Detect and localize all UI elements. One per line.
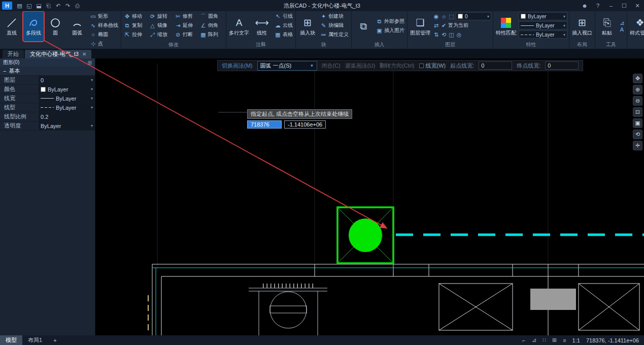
- help-icon[interactable]: ?: [591, 0, 604, 11]
- modify-tool[interactable]: ⊘ 打断: [174, 30, 199, 39]
- linetype-value-dropdown[interactable]: ByLayer ▾: [39, 103, 95, 112]
- annotate-tool[interactable]: ☁ 云线: [274, 21, 294, 30]
- draw-tool[interactable]: ○ 椭圆: [89, 30, 119, 39]
- osnap-icon[interactable]: ∷: [543, 337, 546, 343]
- redo-icon[interactable]: ↷: [63, 0, 73, 11]
- app-logo[interactable]: H: [2, 2, 12, 10]
- circle-tool[interactable]: 圆: [45, 12, 65, 41]
- modify-tool[interactable]: ⇥ 延伸: [174, 21, 199, 30]
- maximize-icon[interactable]: ☐: [618, 0, 631, 11]
- zoom-extents-icon[interactable]: ▣: [633, 118, 642, 128]
- zoom-orbit-icon[interactable]: ⟲: [633, 130, 642, 139]
- new-file-icon[interactable]: ▤: [15, 0, 24, 11]
- block-tool[interactable]: ✎ 块编辑: [319, 21, 350, 30]
- polyline-option[interactable]: 闭合(C): [322, 62, 341, 70]
- menu-icon[interactable]: ≡: [563, 337, 566, 343]
- modify-tool[interactable]: ∠ 倒角: [199, 21, 224, 30]
- close-icon[interactable]: ✕: [631, 0, 644, 11]
- text-tool-icon[interactable]: A: [619, 26, 625, 33]
- style-manager-button[interactable]: ❖ 样式管理: [629, 12, 644, 41]
- layer-on-icon[interactable]: ◉: [433, 13, 439, 20]
- dynamic-input-x[interactable]: 718376: [247, 120, 282, 129]
- modify-tool[interactable]: △ 镜像: [148, 21, 174, 30]
- arc-tool[interactable]: 圆弧: [67, 12, 87, 41]
- close-tab-icon[interactable]: ✕: [82, 51, 86, 57]
- polyline-option[interactable]: 翻转方向(Ctrl): [380, 62, 414, 70]
- draw-tool[interactable]: ▭ 矩形: [89, 12, 119, 21]
- modify-tool[interactable]: ▦ 阵列: [199, 30, 224, 39]
- modify-tool[interactable]: ⟳ 旋转: [148, 12, 174, 21]
- layer-iso-icon[interactable]: ◫: [448, 32, 455, 38]
- save-icon[interactable]: ⬓: [34, 0, 44, 11]
- end-width-input[interactable]: 0: [545, 61, 579, 70]
- layout1-tab[interactable]: 布局1: [22, 335, 48, 345]
- modify-tool[interactable]: ✄ 修剪: [174, 12, 199, 21]
- layer-manager-button[interactable]: ❏ 图层管理: [409, 12, 431, 41]
- set-current-icon[interactable]: ✔: [440, 22, 447, 29]
- insert-tool[interactable]: ⧉ 外部参照: [375, 17, 405, 26]
- line-tool[interactable]: 直线: [2, 12, 22, 41]
- block-tool[interactable]: ✦ 创建块: [319, 12, 350, 21]
- insert-viewport-button[interactable]: ⊞ 插入视口: [571, 12, 593, 41]
- open-file-icon[interactable]: ◱: [24, 0, 34, 11]
- grid-icon[interactable]: ⊞: [552, 337, 557, 343]
- tab-start[interactable]: 开始: [3, 50, 24, 58]
- block-tool[interactable]: ≔ 属性定义: [319, 30, 350, 39]
- modify-tool[interactable]: ⤢ 缩放: [148, 30, 174, 39]
- ltscale-value-field[interactable]: 0.2: [39, 112, 95, 121]
- layer-freeze-icon[interactable]: ☼: [440, 13, 447, 19]
- polyline-option[interactable]: 退弧画法(U): [345, 62, 375, 70]
- minimize-icon[interactable]: –: [604, 0, 618, 11]
- color-dropdown[interactable]: ByLayer ▾: [519, 12, 567, 20]
- insert-tool[interactable]: ▣ 插入图片: [375, 26, 405, 35]
- zoom-window-icon[interactable]: ⊡: [633, 107, 642, 117]
- draw-tool[interactable]: ∿ 样条曲线: [89, 21, 119, 30]
- dimension-tool[interactable]: ⟷ 线性: [252, 12, 272, 41]
- save-as-icon[interactable]: ⎗: [44, 0, 53, 11]
- xref-big-button[interactable]: ⧉: [353, 12, 374, 41]
- annotate-tool[interactable]: ▦ 表格: [274, 30, 294, 39]
- plot-icon[interactable]: ⎙: [73, 0, 82, 11]
- arc-mode-dropdown[interactable]: 圆弧 一点(S) ▼: [257, 61, 317, 71]
- linetype-dropdown[interactable]: ByLayer ▾: [519, 30, 567, 39]
- annotation-scale-icon[interactable]: ⊿: [619, 20, 625, 26]
- panel-grid-icon[interactable]: ⊞: [88, 60, 92, 66]
- set-current-layer-button[interactable]: 置为当前: [448, 22, 468, 29]
- zoom-out-icon[interactable]: ⊖: [633, 96, 642, 106]
- layer-dropdown[interactable]: 0 ▾: [456, 12, 491, 20]
- polar-icon[interactable]: ⊿: [532, 337, 536, 343]
- paste-button[interactable]: ⎘ 粘贴: [597, 12, 617, 41]
- modify-tool[interactable]: ⌒ 圆角: [199, 12, 224, 21]
- annotate-tool[interactable]: ↖ 引线: [274, 12, 294, 21]
- dynamic-input-y[interactable]: -1.14106e+06: [284, 120, 326, 129]
- basic-section-header[interactable]: − 基本: [0, 67, 95, 76]
- zoom-in-icon[interactable]: ⊕: [633, 85, 642, 95]
- modify-tool[interactable]: ⧉ 复制: [123, 21, 148, 30]
- layer-updown-icon[interactable]: ⟲: [440, 32, 447, 38]
- layer-swap-icon[interactable]: ⇅: [433, 32, 439, 38]
- width-checkbox[interactable]: 线宽(W): [419, 62, 446, 70]
- polyline-tool[interactable]: 多段线: [23, 12, 44, 41]
- add-layout-button[interactable]: +: [48, 335, 62, 345]
- layer-prev-icon[interactable]: ⇄: [433, 22, 439, 29]
- start-width-input[interactable]: 0: [479, 61, 512, 70]
- tab-drawing[interactable]: 文化中心楼-电气_t3 ✕: [25, 50, 91, 58]
- pan-hand-icon[interactable]: ✥: [633, 74, 642, 83]
- modify-tool[interactable]: ✥ 移动: [123, 12, 148, 21]
- layer-value-dropdown[interactable]: 0 ▾: [39, 76, 95, 84]
- undo-icon[interactable]: ↶: [53, 0, 63, 11]
- transparency-value-dropdown[interactable]: ByLayer ▾: [39, 121, 95, 130]
- lineweight-dropdown[interactable]: ByLayer ▾: [519, 21, 567, 29]
- annotation-scale[interactable]: 1:1: [572, 337, 580, 343]
- mtext-tool[interactable]: A 多行文字: [228, 12, 250, 41]
- drawing-canvas[interactable]: 切换画法(M) 圆弧 一点(S) ▼ 闭合(C) 退弧画法(U) 翻转方向(Ct…: [95, 58, 644, 335]
- model-tab[interactable]: 模型: [0, 335, 22, 345]
- ortho-icon[interactable]: ⌐: [522, 337, 525, 343]
- modify-tool[interactable]: ⇱ 拉伸: [123, 30, 148, 39]
- insert-block-button[interactable]: ⊞ 插入块: [297, 12, 318, 41]
- color-value-dropdown[interactable]: ByLayer ▾: [39, 85, 95, 93]
- match-properties-button[interactable]: 特性匹配: [495, 12, 517, 41]
- properties-panel-header[interactable]: 图形(0) ⊞: [0, 58, 95, 67]
- draw-tool[interactable]: ▨ 填充: [89, 48, 119, 49]
- layer-lock-icon[interactable]: ⬚: [448, 13, 455, 20]
